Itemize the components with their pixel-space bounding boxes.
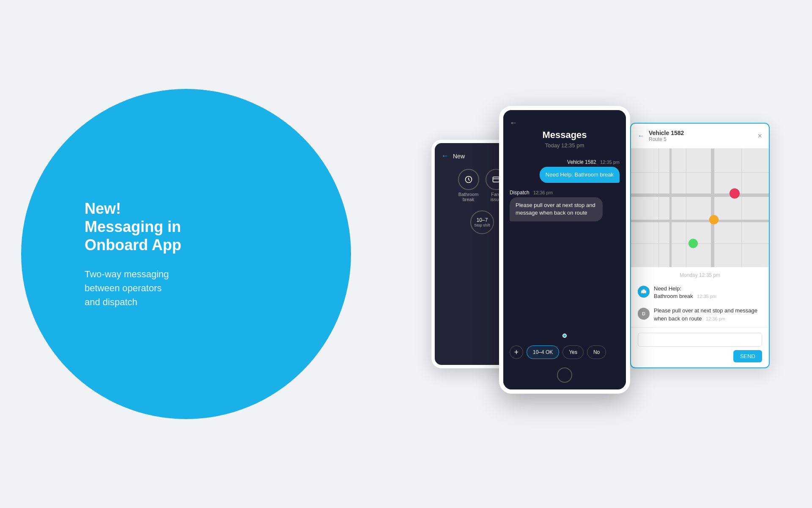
back-arrow-icon: ← — [441, 152, 449, 160]
dispatch-msg-row-1: Need Help:Bathroom break 12:35 pm — [631, 282, 769, 304]
quick-replies-bar: + 10–4 OK Yes No — [503, 340, 626, 364]
sent-bubble: Need Help: Bathroom break — [540, 167, 620, 183]
quick-reply-10-4[interactable]: 10–4 OK — [527, 345, 559, 359]
footer-indicator — [503, 334, 626, 338]
bathroom-break-btn[interactable]: Bathroombreak — [458, 169, 479, 202]
dispatch-route: Route 5 — [649, 136, 757, 142]
hero-badge: New! — [85, 199, 181, 218]
dispatch-msg-text-1: Need Help:Bathroom break 12:35 pm — [654, 285, 762, 300]
dispatch-vehicle: Vehicle 1582 — [649, 130, 757, 136]
received-bubble: Please pull over at next stop and messag… — [510, 197, 603, 221]
dispatch-msg-row-2: D Please pull over at next stop and mess… — [631, 304, 769, 326]
tablet-main: ← Messages Today 12:35 pm Vehicle 1582 1… — [499, 106, 630, 394]
dispatch-msg-time-1: 12:35 pm — [697, 294, 716, 299]
stop-shift-button[interactable]: 10–7 Stop shift — [470, 210, 494, 234]
hero-text-block: New! Messaging inOnboard App Two-way mes… — [85, 199, 181, 309]
sent-sender: Vehicle 1582 — [567, 159, 596, 165]
svg-point-3 — [642, 293, 643, 294]
hero-title: Messaging inOnboard App — [85, 218, 181, 254]
message-row-received: Dispatch 12:36 pm Please pull over at ne… — [510, 190, 620, 221]
hero-description: Two-way messagingbetween operatorsand di… — [85, 267, 181, 309]
dispatch-message-input[interactable] — [638, 333, 762, 347]
received-time: 12:36 pm — [533, 190, 553, 195]
dispatch-panel: ← Vehicle 1582 Route 5 × — [630, 123, 770, 368]
dispatch-input-area: SEND — [631, 327, 769, 367]
dispatch-avatar-2: D — [638, 308, 650, 320]
sent-time: 12:35 pm — [600, 160, 620, 165]
main-back-arrow[interactable]: ← — [510, 119, 620, 127]
quick-reply-yes[interactable]: Yes — [562, 345, 584, 359]
svg-point-4 — [645, 293, 645, 294]
dispatch-msg-content-1: Need Help:Bathroom break 12:35 pm — [654, 285, 762, 300]
hero-circle — [21, 89, 351, 419]
close-icon[interactable]: × — [757, 132, 762, 141]
messages-subtitle: Today 12:35 pm — [510, 142, 620, 149]
dispatch-messages-list: Monday 12:35 pm Need Help:Bathroom break… — [631, 267, 769, 327]
plus-button[interactable]: + — [510, 345, 523, 359]
messages-body: Vehicle 1582 12:35 pm Need Help: Bathroo… — [503, 153, 626, 334]
map-area — [631, 149, 769, 267]
map-dot-red — [730, 188, 740, 199]
messages-title: Messages — [510, 130, 620, 141]
svg-rect-2 — [641, 290, 646, 293]
dispatch-title-group: Vehicle 1582 Route 5 — [649, 130, 757, 142]
map-dot-orange — [709, 215, 719, 224]
send-button[interactable]: SEND — [733, 350, 762, 362]
svg-rect-1 — [493, 177, 499, 182]
home-button[interactable] — [557, 367, 572, 383]
dispatch-msg-text-2: Please pull over at next stop and messag… — [654, 307, 762, 322]
quick-reply-no[interactable]: No — [587, 345, 606, 359]
dispatch-msg-content-2: Please pull over at next stop and messag… — [654, 307, 762, 322]
back-tablet-title: New — [453, 153, 465, 160]
bathroom-label: Bathroombreak — [458, 192, 479, 202]
dispatch-header: ← Vehicle 1582 Route 5 × — [631, 124, 769, 149]
vehicle-avatar-1 — [638, 286, 650, 298]
dispatch-date-label: Monday 12:35 pm — [631, 267, 769, 282]
dispatch-back-arrow[interactable]: ← — [638, 132, 645, 140]
map-dot-green — [689, 239, 698, 248]
blue-dot — [562, 334, 567, 338]
devices-container: ← New Bathroombreak — [431, 106, 770, 402]
message-row-sent: Vehicle 1582 12:35 pm Need Help: Bathroo… — [510, 159, 620, 183]
received-sender: Dispatch — [510, 190, 529, 196]
dispatch-msg-time-2: 12:36 pm — [706, 316, 725, 321]
